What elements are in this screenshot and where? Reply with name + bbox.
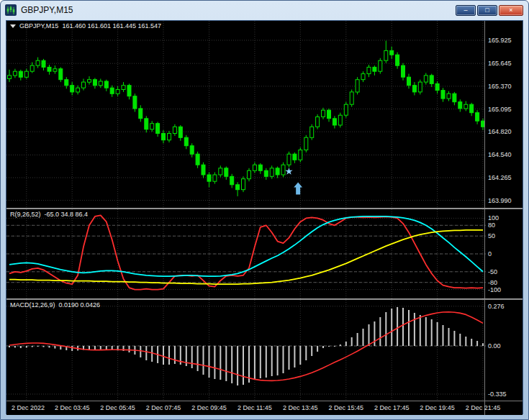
time-axis-label: 2 Dec 21:45: [466, 404, 501, 411]
oscillator-scale[interactable]: 10080500-50-80-100: [484, 209, 523, 298]
main-chart-panel: GBPJPY,M15 161.460 161.601 161.445 161.5…: [6, 21, 523, 208]
time-axis-label: 2 Dec 15:45: [328, 404, 363, 411]
close-button[interactable]: ×: [499, 5, 523, 16]
oscillator-header: R(9,26,52) -65.0 34.8 86.4: [10, 211, 88, 218]
scale-tick-label: 164.540: [488, 151, 512, 158]
scale-tick-label: -100: [488, 286, 501, 293]
scale-tick-label: 165.095: [488, 106, 512, 113]
time-axis-label: 2 Dec 03:45: [55, 404, 90, 411]
macd-header: MACD(12,26,9) 0.0190 0.0426: [10, 301, 100, 309]
scale-tick-label: 165.370: [488, 83, 512, 90]
symbol-label: GBPJPY,M15: [19, 22, 58, 29]
scale-tick-label: 164.820: [488, 128, 512, 135]
time-axis-label: 2 Dec 19:45: [420, 404, 455, 411]
time-axis-label: 2 Dec 17:45: [374, 404, 410, 411]
restore-button[interactable]: □: [477, 5, 497, 16]
time-axis-label: 2 Dec 05:45: [100, 404, 135, 411]
oscillator-title: R(9,26,52): [10, 211, 41, 218]
price-scale[interactable]: 165.925165.645165.370165.095164.820164.5…: [484, 21, 523, 208]
chart-window-icon[interactable]: [5, 4, 17, 16]
scale-tick-label: -80: [488, 279, 497, 286]
scale-tick-label: -50: [488, 268, 497, 275]
scale-tick-label: 100: [488, 214, 499, 222]
chart-area: GBPJPY,M15 161.460 161.601 161.445 161.5…: [6, 20, 523, 414]
oscillator-plot[interactable]: [6, 209, 486, 298]
scale-tick-label: 50: [488, 232, 495, 239]
titlebar[interactable]: GBPJPY,M15 – □ ×: [1, 1, 528, 19]
scale-tick-label: 80: [488, 222, 495, 229]
window-title: GBPJPY,M15: [21, 5, 73, 15]
macd-scale[interactable]: 0.2760.00-0.335: [484, 300, 523, 401]
time-axis-label: 2 Dec 11:45: [238, 404, 272, 411]
minimize-button[interactable]: –: [456, 5, 476, 16]
macd-values: 0.0190 0.0426: [59, 301, 101, 309]
oscillator-values: -65.0 34.8 86.4: [45, 211, 89, 218]
scale-tick-label: 0.00: [488, 342, 501, 350]
time-axis-label: 2 Dec 2022: [12, 404, 45, 411]
oscillator-panel: R(9,26,52) -65.0 34.8 86.4 10080500-50-8…: [6, 209, 523, 298]
chart-window: GBPJPY,M15 – □ × GBPJPY,M15 161.460 161.…: [0, 0, 529, 420]
ohlc-header: GBPJPY,M15 161.460 161.601 161.445 161.5…: [10, 22, 161, 29]
window-controls: – □ ×: [456, 5, 524, 16]
ohlc-values: 161.460 161.601 161.445 161.547: [62, 22, 161, 29]
up-arrow-annotation[interactable]: [294, 183, 302, 195]
macd-panel: MACD(12,26,9) 0.0190 0.0426 0.2760.00-0.…: [6, 300, 523, 401]
time-axis[interactable]: 2 Dec 20222 Dec 03:452 Dec 05:452 Dec 07…: [6, 401, 523, 415]
macd-plot[interactable]: [6, 300, 486, 401]
macd-signal-line: [9, 312, 483, 381]
scale-tick-label: 164.265: [488, 174, 512, 181]
time-axis-label: 2 Dec 07:45: [146, 404, 181, 411]
scale-tick-label: 0.276: [488, 303, 505, 310]
scale-tick-label: 165.645: [488, 60, 512, 67]
scale-tick-label: -0.335: [488, 391, 507, 398]
macd-title: MACD(12,26,9): [10, 301, 55, 309]
scale-tick-label: 163.990: [488, 197, 512, 204]
time-axis-label: 2 Dec 09:45: [191, 404, 227, 411]
scale-tick-label: 165.925: [488, 37, 512, 44]
main-plot[interactable]: [6, 21, 486, 208]
time-axis-label: 2 Dec 13:45: [283, 404, 318, 411]
scale-tick-label: 0: [488, 250, 492, 257]
star-annotation[interactable]: [285, 168, 293, 175]
fast-red-line: [9, 215, 483, 289]
chevron-down-icon[interactable]: [10, 24, 16, 28]
